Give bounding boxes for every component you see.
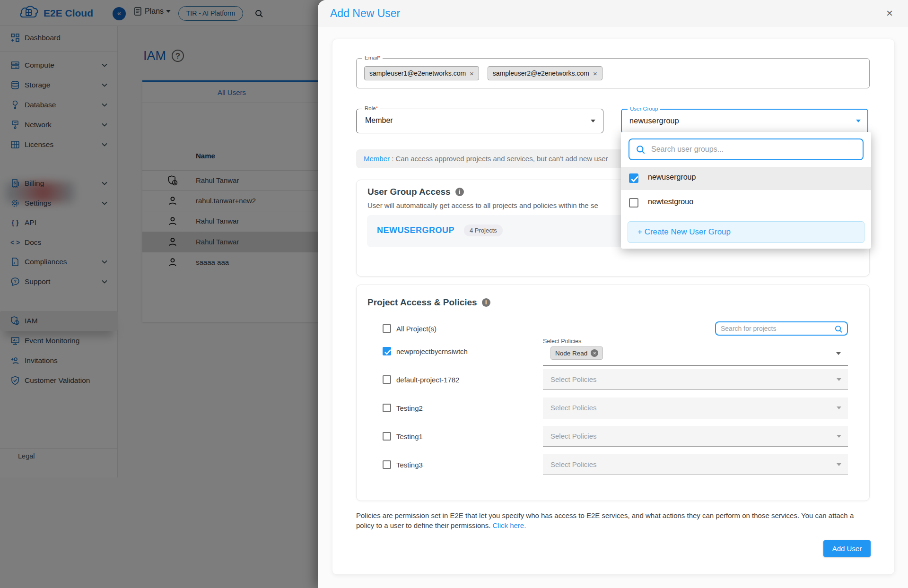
footer-text: Policies are permission set in E2E that …: [356, 511, 854, 529]
group-name: NEWUSERGROUP: [377, 225, 454, 235]
project-checkbox[interactable]: [383, 375, 391, 384]
project-access-title: Project Access & Policiesi: [367, 297, 490, 308]
project-checkbox[interactable]: [383, 432, 391, 441]
email-chip: sampleuser1@e2enetworks.com ×: [364, 66, 479, 80]
policy-chip: Node Read ×: [550, 346, 603, 360]
info-icon[interactable]: i: [482, 298, 490, 307]
group-option-newusergroup[interactable]: newusergroup: [621, 167, 871, 190]
create-new-user-group-button[interactable]: + Create New User Group: [628, 221, 864, 243]
user-group-access-title: User Group Accessi: [367, 187, 464, 197]
select-policies-dropdown[interactable]: Select Policies: [543, 454, 848, 475]
group-checkbox-checked[interactable]: [629, 173, 638, 183]
project-checkbox[interactable]: [383, 460, 391, 469]
caret-down-icon: [837, 463, 841, 466]
email-chip-text: sampleuser2@e2enetworks.com: [493, 69, 589, 77]
role-hint-text: : Can access approved projects and servi…: [390, 155, 608, 163]
group-search-input[interactable]: [629, 139, 863, 159]
role-hint-term: Member: [364, 155, 390, 163]
all-projects-label: All Project(s): [396, 325, 437, 333]
info-icon[interactable]: i: [455, 188, 464, 196]
email-label: Email*: [362, 55, 383, 61]
caret-down-icon: [591, 120, 595, 122]
select-policies-placeholder: Select Policies: [550, 375, 597, 383]
select-policies-placeholder: Select Policies: [550, 460, 597, 468]
project-search-box[interactable]: [715, 321, 848, 336]
drawer-title: Add New User: [330, 0, 400, 27]
email-field[interactable]: Email* sampleuser1@e2enetworks.com × sam…: [356, 58, 870, 88]
group-checkbox[interactable]: [629, 198, 638, 208]
drawer-header: Add New User ×: [318, 0, 908, 27]
add-user-button[interactable]: Add User: [823, 540, 871, 557]
select-policies-placeholder: Select Policies: [550, 432, 597, 440]
policies-underline: [543, 365, 848, 366]
click-here-link[interactable]: Click here.: [492, 521, 526, 529]
role-select[interactable]: Role* Member: [356, 109, 603, 133]
check-icon: [630, 175, 639, 183]
policies-footer-note: Policies are permission set in E2E that …: [356, 510, 873, 530]
project-checkbox[interactable]: [383, 404, 391, 412]
select-policies-dropdown[interactable]: Select Policies: [543, 369, 848, 390]
remove-chip-icon[interactable]: ×: [593, 69, 597, 78]
close-icon[interactable]: ×: [886, 7, 893, 20]
caret-down-icon: [837, 435, 841, 438]
caret-down-icon: [856, 120, 861, 122]
email-chip-text: sampleuser1@e2enetworks.com: [369, 69, 466, 77]
group-option-label: newtestgrouo: [648, 198, 693, 206]
caret-down-icon: [837, 406, 841, 409]
project-name: newprojectbycrnsiwtch: [396, 347, 468, 355]
user-group-select[interactable]: User Group newusergroup: [621, 109, 868, 133]
check-icon: [384, 349, 392, 355]
user-group-dropdown: newusergroup newtestgrouo + Create New U…: [621, 132, 871, 249]
caret-down-icon: [837, 378, 841, 381]
project-name: Testing3: [396, 461, 423, 469]
select-policies-placeholder: Select Policies: [550, 404, 597, 412]
policy-chip-text: Node Read: [555, 350, 587, 357]
select-policies-dropdown[interactable]: Select Policies: [543, 398, 848, 418]
remove-chip-icon[interactable]: ×: [470, 69, 474, 78]
group-option-label: newusergroup: [648, 173, 696, 182]
app-root: E2E Cloud « Plans TIR - AI Platform Dash…: [0, 0, 908, 588]
user-group-label: User Group: [628, 106, 660, 112]
projects-count-badge: 4 Projects: [464, 225, 503, 236]
project-name: Testing1: [396, 432, 423, 441]
project-search-input[interactable]: [716, 322, 847, 335]
select-policies-dropdown[interactable]: Select Policies: [543, 426, 848, 447]
user-group-value: newusergroup: [629, 117, 679, 125]
add-new-user-drawer: Add New User × Email* sampleuser1@e2enet…: [318, 0, 908, 588]
user-group-access-description: User will automatically get access to al…: [367, 201, 598, 209]
caret-down-icon[interactable]: [836, 352, 841, 355]
role-value: Member: [365, 116, 393, 125]
select-policies-label: Select Policies: [543, 338, 581, 345]
all-projects-checkbox[interactable]: [383, 324, 391, 333]
project-checkbox-checked[interactable]: [383, 347, 391, 355]
role-label: Role*: [362, 105, 380, 111]
search-icon: [835, 325, 843, 333]
project-name: default-project-1782: [396, 376, 459, 384]
project-name: Testing2: [396, 404, 423, 412]
project-access-card: Project Access & Policiesi All Project(s…: [356, 285, 870, 501]
remove-policy-icon[interactable]: ×: [591, 349, 598, 357]
search-icon: [636, 145, 646, 155]
email-chip: sampleuser2@e2enetworks.com ×: [488, 66, 602, 80]
group-option-newtestgrouo[interactable]: newtestgrouo: [621, 191, 871, 215]
group-search-box[interactable]: [629, 138, 864, 160]
